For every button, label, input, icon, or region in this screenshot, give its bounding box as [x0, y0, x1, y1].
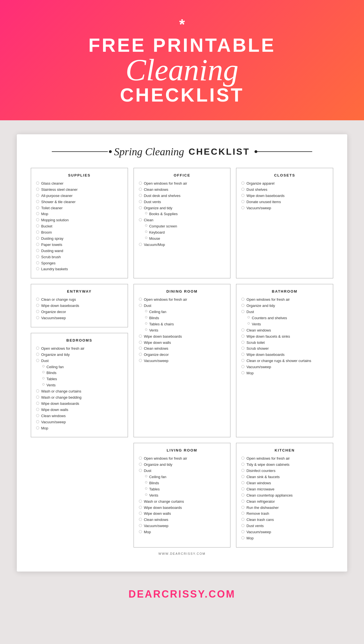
checkbox-circle[interactable]: [36, 224, 39, 227]
checkbox-circle[interactable]: [139, 206, 142, 209]
checkbox-circle[interactable]: [36, 414, 39, 417]
checkbox-circle[interactable]: [139, 347, 142, 350]
checkbox-circle[interactable]: [241, 194, 244, 197]
checkbox-circle[interactable]: [241, 481, 244, 484]
checkbox-circle[interactable]: [241, 182, 244, 185]
checkbox-circle[interactable]: [241, 304, 244, 307]
checkbox-circle[interactable]: [241, 457, 244, 460]
checkbox-circle[interactable]: [139, 524, 142, 527]
checkbox-circle[interactable]: [36, 408, 39, 411]
checkbox-circle[interactable]: [139, 218, 142, 221]
checkbox-circle[interactable]: [241, 200, 244, 203]
checkbox-circle[interactable]: [241, 475, 244, 478]
checkbox-circle[interactable]: [36, 261, 39, 264]
checkbox-circle[interactable]: [42, 377, 45, 379]
checkbox-circle[interactable]: [139, 457, 142, 460]
checkbox-circle[interactable]: [36, 212, 39, 215]
checkbox-circle[interactable]: [241, 524, 244, 527]
checkbox-circle[interactable]: [42, 365, 45, 367]
checkbox-circle[interactable]: [36, 389, 39, 392]
checkbox-circle[interactable]: [241, 506, 244, 509]
checkbox-circle[interactable]: [42, 383, 45, 386]
checkbox-circle[interactable]: [139, 469, 142, 472]
checkbox-circle[interactable]: [36, 194, 39, 197]
checkbox-circle[interactable]: [139, 304, 142, 307]
checkbox-circle[interactable]: [241, 347, 244, 350]
checkbox-circle[interactable]: [241, 493, 244, 497]
checkbox-circle[interactable]: [36, 206, 39, 209]
checkbox-circle[interactable]: [248, 316, 250, 318]
checkbox-circle[interactable]: [36, 353, 39, 356]
checkbox-circle[interactable]: [36, 347, 39, 350]
checkbox-circle[interactable]: [139, 530, 142, 533]
checkbox-circle[interactable]: [139, 188, 142, 191]
checkbox-circle[interactable]: [36, 255, 39, 258]
checkbox-circle[interactable]: [36, 182, 39, 185]
checkbox-circle[interactable]: [145, 310, 147, 312]
checkbox-circle[interactable]: [241, 310, 244, 313]
checkbox-circle[interactable]: [36, 218, 39, 221]
checkbox-circle[interactable]: [241, 298, 244, 301]
checkbox-circle[interactable]: [241, 328, 244, 332]
checkbox-circle[interactable]: [241, 512, 244, 515]
checkbox-circle[interactable]: [139, 200, 142, 203]
checkbox-circle[interactable]: [241, 353, 244, 356]
checkbox-circle[interactable]: [36, 402, 39, 405]
checkbox-circle[interactable]: [241, 469, 244, 472]
checkbox-circle[interactable]: [241, 341, 244, 344]
checkbox-circle[interactable]: [139, 506, 142, 509]
checkbox-circle[interactable]: [241, 359, 244, 362]
checkbox-circle[interactable]: [139, 194, 142, 197]
checkbox-circle[interactable]: [248, 322, 250, 325]
checkbox-circle[interactable]: [36, 426, 39, 429]
checkbox-circle[interactable]: [139, 359, 142, 362]
checkbox-circle[interactable]: [139, 353, 142, 356]
checkbox-circle[interactable]: [241, 365, 244, 368]
checkbox-circle[interactable]: [36, 237, 39, 240]
checkbox-circle[interactable]: [139, 512, 142, 515]
checkbox-circle[interactable]: [145, 493, 147, 496]
checkbox-circle[interactable]: [36, 359, 39, 362]
checkbox-circle[interactable]: [145, 316, 147, 318]
checkbox-circle[interactable]: [241, 188, 244, 191]
checkbox-circle[interactable]: [145, 322, 147, 325]
checkbox-circle[interactable]: [42, 371, 45, 373]
checkbox-circle[interactable]: [36, 200, 39, 203]
checkbox-circle[interactable]: [145, 212, 147, 214]
checkbox-circle[interactable]: [145, 481, 147, 483]
checkbox-circle[interactable]: [36, 243, 39, 246]
checkbox-circle[interactable]: [139, 341, 142, 344]
checkbox-circle[interactable]: [241, 487, 244, 490]
checkbox-circle[interactable]: [241, 206, 244, 209]
checkbox-circle[interactable]: [145, 475, 147, 477]
checkbox-circle[interactable]: [36, 310, 39, 313]
checkbox-circle[interactable]: [139, 335, 142, 338]
checkbox-circle[interactable]: [241, 530, 244, 533]
checkbox-circle[interactable]: [145, 224, 147, 227]
checkbox-circle[interactable]: [241, 536, 244, 539]
checkbox-circle[interactable]: [241, 500, 244, 503]
checkbox-circle[interactable]: [36, 304, 39, 307]
checkbox-circle[interactable]: [145, 237, 147, 239]
checkbox-circle[interactable]: [139, 243, 142, 246]
checkbox-circle[interactable]: [139, 182, 142, 185]
checkbox-circle[interactable]: [145, 231, 147, 233]
checkbox-circle[interactable]: [36, 420, 39, 423]
checkbox-circle[interactable]: [241, 335, 244, 338]
checkbox-circle[interactable]: [241, 463, 244, 466]
checkbox-circle[interactable]: [36, 188, 39, 191]
checkbox-circle[interactable]: [145, 487, 147, 490]
checkbox-circle[interactable]: [139, 518, 142, 521]
checkbox-circle[interactable]: [36, 396, 39, 399]
checkbox-circle[interactable]: [241, 518, 244, 521]
checkbox-circle[interactable]: [145, 328, 147, 331]
checkbox-circle[interactable]: [36, 316, 39, 319]
checkbox-circle[interactable]: [241, 371, 244, 374]
checkbox-circle[interactable]: [139, 500, 142, 503]
checkbox-circle[interactable]: [36, 267, 39, 270]
checkbox-circle[interactable]: [36, 231, 39, 234]
checkbox-circle[interactable]: [36, 298, 39, 301]
checkbox-circle[interactable]: [36, 249, 39, 252]
checkbox-circle[interactable]: [139, 298, 142, 301]
checkbox-circle[interactable]: [139, 463, 142, 466]
